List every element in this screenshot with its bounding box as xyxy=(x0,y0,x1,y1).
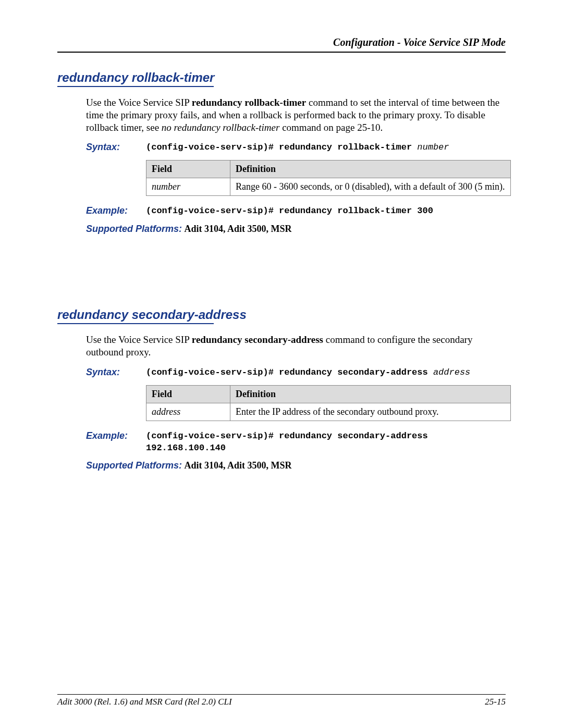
syntax-label: Syntax: xyxy=(86,142,146,154)
example-label: Example: xyxy=(86,205,146,217)
footer-right-pagenum: 25-15 xyxy=(485,697,506,707)
section1-intro: Use the Voice Service SIP redundancy rol… xyxy=(86,96,506,133)
cmd-param: number xyxy=(417,142,449,152)
syntax-row: Syntax: (config-voice-serv-sip)# redunda… xyxy=(86,367,506,379)
cmd-text: (config-voice-serv-sip)# redundancy seco… xyxy=(146,367,433,377)
example-row: Example: (config-voice-serv-sip)# redund… xyxy=(86,430,506,454)
table-header-row: Field Definition xyxy=(146,385,511,403)
supported-label: Supported Platforms: xyxy=(86,224,182,234)
footer: Adit 3000 (Rel. 1.6) and MSR Card (Rel 2… xyxy=(57,694,506,707)
section2-intro: Use the Voice Service SIP redundancy sec… xyxy=(86,334,506,359)
text: command on page 25-10. xyxy=(279,122,383,133)
heading-underline xyxy=(57,323,214,324)
text-bold: redundancy rollback-timer xyxy=(192,97,306,108)
th-definition: Definition xyxy=(230,161,511,178)
text: Use the Voice Service SIP xyxy=(86,97,192,108)
text-italic-ref: no redundancy rollback-timer xyxy=(162,122,280,133)
supported-platforms: Supported Platforms: Adit 3104, Adit 350… xyxy=(86,460,506,471)
footer-rule xyxy=(57,694,506,695)
example-label: Example: xyxy=(86,430,146,454)
table-header-row: Field Definition xyxy=(146,161,511,178)
page: Configuration - Voice Service SIP Mode r… xyxy=(0,0,563,728)
section-heading-rollback-timer: redundancy rollback-timer xyxy=(57,70,506,85)
field-definition-table: Field Definition number Range 60 - 3600 … xyxy=(146,160,511,196)
text: Use the Voice Service SIP xyxy=(86,334,192,345)
th-definition: Definition xyxy=(230,385,511,403)
heading-underline xyxy=(57,86,214,87)
cmd-param: address xyxy=(433,367,470,377)
td-definition: Enter the IP address of the secondary ou… xyxy=(230,403,511,421)
field-definition-table: Field Definition address Enter the IP ad… xyxy=(146,385,511,421)
supported-value: Adit 3104, Adit 3500, MSR xyxy=(185,460,292,471)
table-row: number Range 60 - 3600 seconds, or 0 (di… xyxy=(146,178,511,196)
section-gap xyxy=(57,235,506,307)
th-field: Field xyxy=(146,385,230,403)
th-field: Field xyxy=(146,161,230,178)
header-breadcrumb: Configuration - Voice Service SIP Mode xyxy=(57,36,506,48)
syntax-command: (config-voice-serv-sip)# redundancy roll… xyxy=(146,142,449,154)
cmd-text: (config-voice-serv-sip)# redundancy roll… xyxy=(146,142,417,152)
supported-platforms: Supported Platforms: Adit 3104, Adit 350… xyxy=(86,224,506,235)
footer-line: Adit 3000 (Rel. 1.6) and MSR Card (Rel 2… xyxy=(57,697,506,707)
td-field: address xyxy=(146,403,230,421)
td-field: number xyxy=(146,178,230,196)
footer-left: Adit 3000 (Rel. 1.6) and MSR Card (Rel 2… xyxy=(57,697,232,707)
example-row: Example: (config-voice-serv-sip)# redund… xyxy=(86,205,506,217)
syntax-command: (config-voice-serv-sip)# redundancy seco… xyxy=(146,367,470,379)
supported-label: Supported Platforms: xyxy=(86,460,182,471)
header-rule xyxy=(57,52,506,53)
text-bold: redundancy secondary-address xyxy=(192,334,323,345)
example-command: (config-voice-serv-sip)# redundancy roll… xyxy=(146,205,433,217)
table-row: address Enter the IP address of the seco… xyxy=(146,403,511,421)
supported-value: Adit 3104, Adit 3500, MSR xyxy=(185,224,292,234)
td-definition: Range 60 - 3600 seconds, or 0 (disabled)… xyxy=(230,178,511,196)
example-command: (config-voice-serv-sip)# redundancy seco… xyxy=(146,430,506,454)
syntax-label: Syntax: xyxy=(86,367,146,379)
section-heading-secondary-address: redundancy secondary-address xyxy=(57,307,506,322)
syntax-row: Syntax: (config-voice-serv-sip)# redunda… xyxy=(86,142,506,154)
